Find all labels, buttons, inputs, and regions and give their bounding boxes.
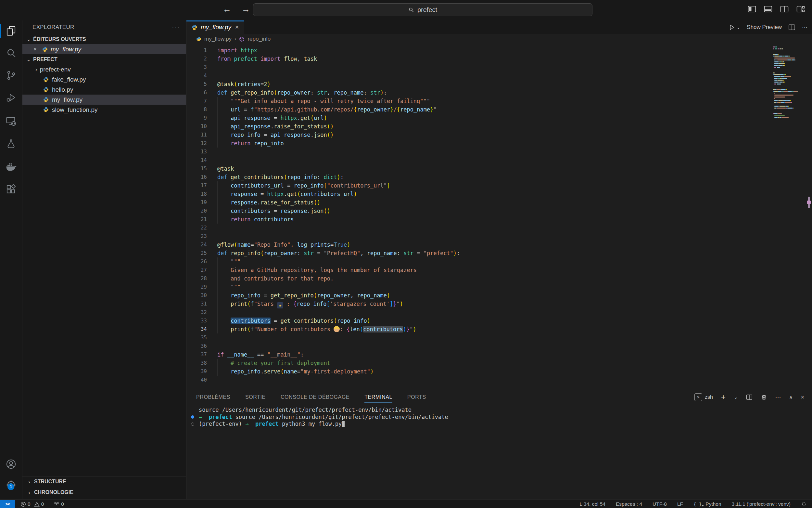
code-line-24[interactable]: 24@flow(name="Repo Info", log_prints=Tru… — [186, 241, 812, 249]
panel-tab-console-de-d-bogage[interactable]: CONSOLE DE DÉBOGAGE — [281, 389, 349, 405]
code-line-5[interactable]: 5@task(retries=2) — [186, 80, 812, 88]
search-sidebar-icon[interactable] — [0, 45, 22, 61]
docker-icon[interactable] — [0, 158, 22, 175]
settings-gear-icon[interactable]: 1 — [0, 476, 22, 493]
code-line-14[interactable]: 14 — [186, 156, 812, 164]
run-python-file-button[interactable]: ⌄ — [728, 24, 741, 31]
status-item-lf[interactable]: LF — [677, 500, 683, 508]
status-item-l-34-col-54[interactable]: L 34, col 54 — [579, 500, 606, 508]
breadcrumb[interactable]: my_flow.py › repo_info — [186, 34, 812, 44]
project-section[interactable]: ⌄ PREFECT — [22, 54, 186, 65]
code-line-29[interactable]: 29 """ — [186, 283, 812, 291]
file-tree-item-slow_function.py[interactable]: slow_function.py — [22, 104, 186, 115]
file-tree-item-prefect-env[interactable]: ›prefect-env — [22, 65, 186, 75]
code-line-20[interactable]: 20 contributors = response.json() — [186, 207, 812, 215]
run-dropdown-icon[interactable]: ⌄ — [737, 25, 741, 30]
panel-more-icon[interactable]: ··· — [775, 394, 781, 401]
status-item-utf-8[interactable]: UTF-8 — [653, 500, 667, 508]
more-actions-icon[interactable]: ··· — [802, 24, 807, 31]
code-line-3[interactable]: 3 — [186, 63, 812, 72]
code-line-9[interactable]: 9 api_response = httpx.get(url) — [186, 114, 812, 122]
remote-indicator[interactable]: >< — [0, 500, 15, 508]
breadcrumb-file[interactable]: my_flow.py — [204, 36, 232, 42]
forward-icon[interactable]: → — [242, 4, 250, 14]
shell-badge[interactable]: > zsh — [695, 393, 713, 401]
terminal-output[interactable]: source /Users/henricourdent/git/prefect/… — [186, 405, 812, 428]
code-line-6[interactable]: 6def get_repo_info(repo_owner: str, repo… — [186, 88, 812, 97]
testing-icon[interactable] — [0, 135, 22, 153]
customize-layout-icon[interactable] — [797, 5, 805, 13]
tab-close-icon[interactable]: × — [235, 24, 239, 31]
file-tree-item-my_flow.py[interactable]: my_flow.py — [22, 95, 186, 104]
new-terminal-icon[interactable]: + — [721, 393, 726, 402]
code-line-28[interactable]: 28 and contributors for that repo. — [186, 274, 812, 283]
terminal-dropdown-icon[interactable]: ⌄ — [734, 394, 738, 400]
code-line-1[interactable]: 1import httpx — [186, 46, 812, 55]
open-editors-section[interactable]: ⌄ ÉDITEURS OUVERTS — [22, 34, 186, 44]
bell-icon[interactable] — [801, 501, 807, 507]
code-line-31[interactable]: 31 print(f"Stars ★ : {repo_info['stargaz… — [186, 300, 812, 308]
code-line-18[interactable]: 18 response = httpx.get(contributors_url… — [186, 190, 812, 198]
code-line-35[interactable]: 35 — [186, 334, 812, 342]
code-line-37[interactable]: 37if __name__ == "__main__": — [186, 350, 812, 359]
maximize-panel-icon[interactable]: ∧ — [789, 394, 793, 400]
code-line-34[interactable]: 34 print(f"Number of contributors : {len… — [186, 325, 812, 334]
code-line-25[interactable]: 25def repo_info(repo_owner: str = "Prefe… — [186, 249, 812, 257]
toggle-sidebar-icon[interactable] — [748, 5, 756, 13]
sidebar-more-icon[interactable]: ··· — [172, 24, 180, 31]
kill-terminal-icon[interactable] — [761, 394, 767, 400]
back-icon[interactable]: ← — [223, 4, 231, 14]
code-line-4[interactable]: 4 — [186, 72, 812, 80]
status-item-python[interactable]: { }Python — [694, 500, 721, 508]
code-line-7[interactable]: 7 """Get info about a repo - will retry … — [186, 97, 812, 105]
outline-section[interactable]: › STRUCTURE — [22, 476, 186, 487]
code-line-10[interactable]: 10 api_response.raise_for_status() — [186, 122, 812, 131]
explorer-icon[interactable] — [0, 23, 22, 39]
code-line-21[interactable]: 21 return contributors — [186, 215, 812, 224]
command-center-search[interactable]: prefect — [253, 3, 592, 16]
show-preview-button[interactable]: Show Preview — [747, 24, 782, 31]
panel-tab-probl-mes[interactable]: PROBLÈMES — [196, 389, 230, 405]
code-line-8[interactable]: 8 url = f"https://api.github.com/repos/{… — [186, 105, 812, 114]
file-tree-item-fake_flow.py[interactable]: fake_flow.py — [22, 75, 186, 85]
code-line-23[interactable]: 23 — [186, 232, 812, 241]
panel-tab-terminal[interactable]: TERMINAL — [365, 389, 392, 405]
tab-my-flow[interactable]: my_flow.py × — [186, 20, 244, 34]
ports-status[interactable]: 0 — [51, 500, 66, 508]
code-line-22[interactable]: 22 — [186, 224, 812, 232]
panel-tab-sortie[interactable]: SORTIE — [245, 389, 266, 405]
code-line-13[interactable]: 13 — [186, 147, 812, 156]
timeline-section[interactable]: › CHRONOLOGIE — [22, 487, 186, 498]
remote-explorer-icon[interactable] — [0, 113, 22, 130]
problems-status[interactable]: 0 0 — [18, 500, 46, 508]
panel-tab-ports[interactable]: PORTS — [407, 389, 426, 405]
code-line-12[interactable]: 12 return repo_info — [186, 139, 812, 147]
code-line-39[interactable]: 39 repo_info.serve(name="my-first-deploy… — [186, 367, 812, 376]
source-control-icon[interactable] — [0, 67, 22, 84]
code-line-33[interactable]: 33 contributors = get_contributors(repo_… — [186, 316, 812, 325]
code-line-36[interactable]: 36 — [186, 342, 812, 350]
code-line-16[interactable]: 16def get_contributors(repo_info: dict): — [186, 173, 812, 181]
code-line-40[interactable]: 40 — [186, 376, 812, 384]
status-item-3-11-1-prefect-env-venv-[interactable]: 3.11.1 ('prefect-env': venv) — [732, 500, 791, 508]
code-line-26[interactable]: 26 """ — [186, 257, 812, 266]
code-line-19[interactable]: 19 response.raise_for_status() — [186, 198, 812, 207]
status-item-espaces-4[interactable]: Espaces : 4 — [616, 500, 642, 508]
code-line-30[interactable]: 30 repo_info = get_repo_info(repo_owner,… — [186, 291, 812, 300]
extensions-icon[interactable] — [0, 181, 22, 198]
toggle-panel-icon[interactable] — [764, 5, 772, 13]
breadcrumb-symbol[interactable]: repo_info — [247, 36, 271, 42]
code-line-27[interactable]: 27 Given a GitHub repository, logs the n… — [186, 266, 812, 274]
code-line-38[interactable]: 38 # create your first deployment — [186, 359, 812, 367]
split-editor-icon[interactable] — [788, 24, 796, 31]
code-line-11[interactable]: 11 repo_info = api_response.json() — [186, 131, 812, 139]
code-area[interactable]: 1import httpx2from prefect import flow, … — [186, 44, 812, 389]
open-editor-item[interactable]: ×my_flow.py — [22, 44, 186, 54]
code-line-17[interactable]: 17 contributors_url = repo_info["contrib… — [186, 181, 812, 190]
minimap[interactable] — [773, 46, 795, 121]
run-debug-icon[interactable] — [0, 89, 22, 106]
code-line-15[interactable]: 15@task — [186, 164, 812, 173]
close-panel-icon[interactable]: × — [801, 394, 804, 401]
code-line-32[interactable]: 32 — [186, 308, 812, 316]
account-icon[interactable] — [0, 456, 22, 473]
